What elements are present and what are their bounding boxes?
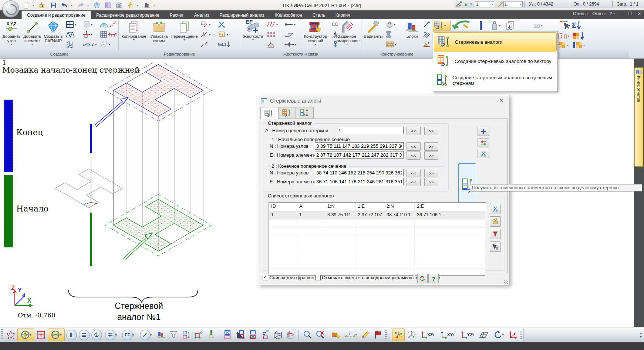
local-axes-button[interactable] — [508, 329, 519, 341]
dialog-resize-grip[interactable] — [504, 280, 508, 284]
target-bar-number-input[interactable] — [337, 127, 404, 134]
fragment-axes-button[interactable] — [235, 329, 246, 341]
show-frame-loads-button[interactable] — [285, 329, 297, 341]
fragment-by-nodes-button[interactable] — [193, 329, 205, 341]
hinges-button[interactable] — [266, 30, 281, 39]
e1-next-button[interactable]: >> — [424, 151, 438, 160]
tab-calculation[interactable]: Расчет — [165, 11, 189, 19]
move-button[interactable]: Перемещение — [172, 20, 196, 50]
concrete-settings-button[interactable]: ▾ — [385, 20, 400, 29]
remove-fragment2-button[interactable] — [247, 329, 259, 341]
highlight-button[interactable] — [331, 329, 343, 341]
cancel-design-button[interactable] — [452, 19, 475, 31]
decrease-scale-button[interactable]: ▼ — [469, 2, 473, 6]
mdi-minimize-button[interactable]: — — [619, 11, 624, 16]
select-plates-button[interactable]: ▾ — [103, 329, 119, 341]
masonry-button[interactable]: ▾ — [385, 40, 400, 49]
rigid-links-button[interactable]: ▾ — [284, 20, 299, 29]
select-elements-button[interactable]: ▾ — [48, 329, 65, 341]
results-button[interactable] — [142, 1, 151, 10]
select-nodes-button[interactable]: ▾ — [17, 329, 34, 341]
axes-view-button[interactable]: YZX — [405, 329, 417, 341]
tab-steel[interactable]: Сталь — [307, 11, 330, 19]
n2-prev-button[interactable]: << — [407, 169, 421, 177]
e1-prev-button[interactable]: << — [407, 151, 421, 160]
start-elements-input[interactable] — [315, 151, 404, 159]
dialog-title-bar[interactable]: Стержневые аналоги — [258, 95, 509, 106]
truss-button[interactable] — [65, 30, 80, 39]
style-menu[interactable]: Стиль — [573, 11, 589, 16]
menu-item-create-by-vector[interactable]: Создание стержневых аналогов по вектору — [434, 51, 557, 71]
rowA-prev-button[interactable]: << — [407, 127, 421, 135]
bar-mosaic-button[interactable]: ▾ — [572, 41, 588, 50]
new-document-dropdown[interactable]: ▾ — [33, 4, 36, 7]
menu-item-create-by-target-bars[interactable]: Создание стержневых аналогов по целевым … — [434, 71, 557, 90]
fragmentation-button[interactable] — [180, 329, 192, 341]
cut-analog-button[interactable] — [478, 149, 489, 158]
toolbar-overflow-button[interactable]: »▾ — [640, 331, 642, 338]
section-constructor-button[interactable]: Конструктор сечений — [301, 20, 330, 50]
run-analysis-dropdown[interactable]: ▾ — [137, 4, 140, 7]
supports-button[interactable]: ▾ — [266, 20, 281, 29]
elastic-foundation-button[interactable] — [266, 40, 281, 49]
camera-button[interactable] — [115, 1, 124, 10]
end-nodes-input[interactable] — [315, 169, 404, 176]
dialog-close-button[interactable]: ✕ — [494, 96, 508, 105]
zoom-in-button[interactable] — [301, 329, 313, 341]
mirror-button[interactable]: ▾ — [199, 30, 214, 39]
n1-prev-button[interactable]: << — [407, 142, 421, 151]
add-node-button[interactable]: X,Y,Z Добавить узел — [1, 20, 21, 50]
dialog-tab-by-target-bars[interactable] — [296, 107, 314, 119]
restore-view-button[interactable] — [260, 329, 272, 341]
numbering-button[interactable]: 12)▾ — [533, 21, 550, 30]
delete-row-button[interactable] — [490, 204, 501, 214]
fragment-list-checkbox[interactable] — [263, 275, 268, 280]
filter-toolbar-button[interactable] — [168, 329, 179, 341]
polygon-select-button[interactable] — [5, 329, 17, 341]
view-xy-button[interactable]: XY▾ — [438, 329, 457, 341]
help-menu[interactable]: ? — [609, 11, 615, 16]
redo-dropdown[interactable]: ▾ — [87, 4, 90, 7]
mdi-restore-button[interactable]: ❐ — [628, 11, 633, 16]
zoom-cancel-button[interactable] — [314, 329, 326, 341]
remove-fragment-button[interactable] — [222, 329, 234, 341]
select-rotate-button[interactable] — [91, 329, 102, 341]
view-xz-button[interactable]: XZ▾ — [418, 329, 437, 341]
dialog-tab-bar-analog[interactable] — [260, 107, 278, 119]
qat-overflow-button[interactable]: ⸱▾ — [153, 3, 156, 7]
rowA-next-button[interactable]: >> — [424, 127, 438, 135]
mosaic-down-button[interactable] — [571, 31, 587, 41]
given-reinforcement-button[interactable]: Заданное армирование — [333, 20, 361, 50]
blocks-button[interactable]: Блоки — [403, 20, 421, 50]
menu-item-bar-analogs[interactable]: Стержневые аналоги — [434, 32, 557, 51]
tab-analysis[interactable]: Анализ — [189, 11, 215, 19]
tab-advanced-edit[interactable]: Расширенное редактирование — [91, 11, 165, 19]
scale-tool-icon[interactable] — [456, 1, 464, 7]
filter-button[interactable] — [490, 229, 501, 239]
select-horizontal-elements-button[interactable] — [78, 329, 90, 341]
sum-loads-button[interactable]: Σ — [571, 19, 587, 31]
copy-button[interactable]: Копирование — [122, 20, 146, 50]
node-link-button[interactable]: ▾ — [284, 40, 299, 49]
end-elements-input[interactable] — [315, 178, 404, 185]
stiffness-button[interactable]: EF Жесткости — [242, 20, 264, 50]
select-by-material-button[interactable]: ▾ — [137, 329, 154, 341]
delete-selection-button[interactable] — [217, 20, 232, 29]
redraw-button[interactable] — [205, 329, 217, 341]
select-filtered-button[interactable] — [490, 241, 501, 252]
edit-pencil-button[interactable] — [360, 329, 371, 341]
measure-button[interactable]: L▾ — [343, 329, 359, 341]
create-in-sapfir-button[interactable]: Создать в САПФИР — [43, 20, 64, 50]
help-button[interactable]: ? — [428, 274, 439, 283]
save-button[interactable] — [49, 1, 58, 10]
e2-prev-button[interactable]: << — [407, 178, 421, 186]
space-frame-button[interactable] — [65, 40, 80, 49]
table-row[interactable]: 1 1 3 39 75 111... 2 37 72 107... 38 74 … — [269, 211, 486, 220]
add-analog-button[interactable] — [478, 127, 489, 136]
n1-next-button[interactable]: >> — [424, 142, 438, 151]
pack-model-button[interactable]: Упаковка схемы — [148, 20, 171, 50]
analogs-table[interactable]: ID A 1:N 1:E 2:N 2:E 1 1 3 39 75 111... … — [269, 202, 486, 276]
select-by-stiffness-button[interactable]: EF▾ — [119, 329, 136, 341]
increase-scale-button[interactable]: ▲ — [464, 2, 468, 6]
view-yz-button[interactable]: YZ▾ — [458, 329, 477, 341]
